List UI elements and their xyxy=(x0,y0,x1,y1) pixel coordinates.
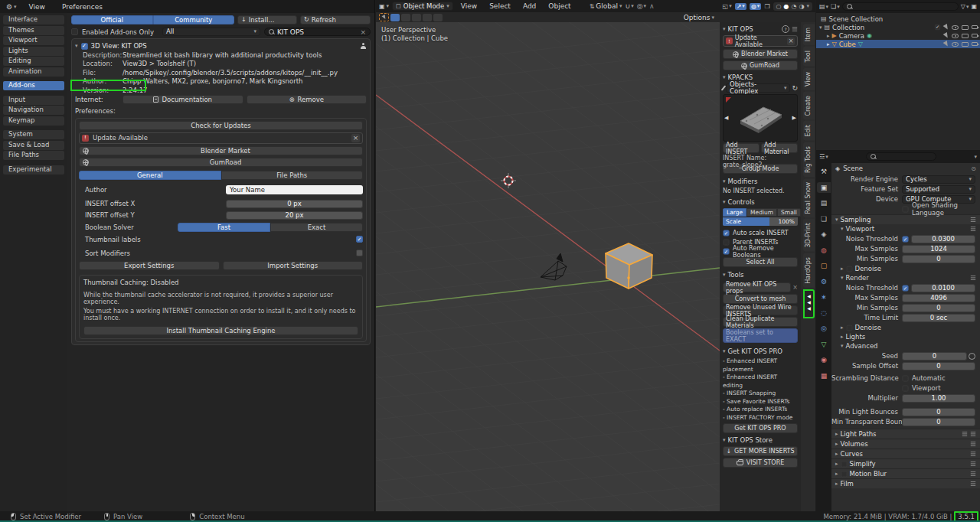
tab-edit[interactable]: Edit xyxy=(803,121,815,141)
get-pro-button[interactable]: Get KIT OPS PRO xyxy=(723,423,798,433)
hide-viewport-icon[interactable] xyxy=(952,34,959,38)
select-mode-subtract-icon[interactable] xyxy=(412,14,421,21)
blender-market-button[interactable]: Blender Market xyxy=(723,49,798,59)
disable-viewport-icon[interactable] xyxy=(962,34,969,38)
multiplier-field[interactable]: 1.00 xyxy=(902,394,975,403)
r-denoise-checkbox[interactable] xyxy=(846,325,852,331)
tab-hardops[interactable]: HardOps xyxy=(803,253,815,288)
vp-noise-field[interactable]: 0.0300 xyxy=(911,235,975,243)
disable-render-icon[interactable] xyxy=(972,25,978,29)
expand-icon[interactable]: ▾ xyxy=(819,24,822,31)
animate-seed-icon[interactable] xyxy=(969,353,975,360)
gumroad-button[interactable]: GumRoad xyxy=(79,158,363,167)
min-transparent-bounces-field[interactable]: 0 xyxy=(902,418,975,426)
gizmo-toggle[interactable]: ↗▾ xyxy=(735,3,746,10)
tab-item[interactable]: Item xyxy=(803,24,815,45)
select-mode-tweak-icon[interactable] xyxy=(390,14,400,21)
vp-noise-checkbox[interactable]: ✓ xyxy=(902,236,908,242)
refresh-kpacks-icon[interactable]: ↻ xyxy=(792,84,798,92)
panel-menu-icon[interactable] xyxy=(971,471,975,472)
film-header[interactable]: ▸Film xyxy=(831,478,980,488)
snap-control[interactable]: ∪▾ xyxy=(626,2,634,10)
prev-insert-arrow[interactable]: ◀ xyxy=(724,115,728,121)
nav-item-lights[interactable]: Lights xyxy=(3,47,64,56)
panel-menu-icon[interactable] xyxy=(971,481,975,482)
preset-menu-icon[interactable] xyxy=(962,432,967,432)
collapse-icon[interactable]: ▾ xyxy=(723,272,726,278)
volumes-header[interactable]: ▸Volumes xyxy=(831,439,980,449)
add-insert-button[interactable]: Add INSERT xyxy=(723,143,760,153)
menu-add[interactable]: Add xyxy=(518,2,541,10)
filter-dropdown[interactable]: ▽▾ xyxy=(961,3,969,10)
pivot-point-control[interactable]: ◱▾ xyxy=(723,3,732,10)
clear-search-icon[interactable]: × xyxy=(360,28,366,36)
check-for-updates-button[interactable]: Check for Updates xyxy=(79,121,363,130)
collapse-icon[interactable]: ▾ xyxy=(723,26,726,32)
shading-solid-icon[interactable]: ● xyxy=(784,3,789,10)
sample-offset-field[interactable]: 0 xyxy=(902,362,975,370)
r-denoise-header[interactable]: ▸Denoise xyxy=(831,323,980,332)
collapse-icon[interactable]: ▾ xyxy=(723,199,726,205)
mode-dropdown[interactable]: □Object Mode▾ xyxy=(392,2,453,11)
selectable-toggle-icon[interactable] xyxy=(943,41,950,47)
refresh-button[interactable]: ↻Refresh xyxy=(300,15,371,24)
tab-texture[interactable]: ▦ xyxy=(817,370,831,381)
user-icon[interactable] xyxy=(360,43,367,50)
disable-viewport-icon[interactable] xyxy=(962,25,969,30)
seed-field[interactable]: 0 xyxy=(902,352,967,361)
panel-menu-icon[interactable] xyxy=(792,27,797,28)
tab-view[interactable]: View xyxy=(803,68,815,90)
panel-menu-icon[interactable] xyxy=(971,432,975,432)
tab-modifiers[interactable]: ⚙ xyxy=(817,276,831,287)
selectable-toggle-icon[interactable] xyxy=(943,24,950,31)
nav-item-addons[interactable]: Add-ons xyxy=(3,81,64,90)
osl-checkbox[interactable] xyxy=(902,206,908,212)
curves-header[interactable]: ▸Curves xyxy=(831,449,980,458)
tab-3d-print[interactable]: 3D-Print xyxy=(803,219,815,252)
selectable-toggle-icon[interactable] xyxy=(943,32,950,39)
shading-rendered-icon[interactable]: ◑ xyxy=(799,3,805,10)
editor-type-button[interactable]: ⚙▾ xyxy=(6,3,17,11)
tab-scene[interactable]: ◈ xyxy=(817,229,831,240)
editor-type-button[interactable]: ☲▾ xyxy=(819,153,828,160)
clean-duplicate-materials-button[interactable]: Clean Duplicate Materials xyxy=(723,317,798,327)
collapse-icon[interactable]: ▾ xyxy=(723,74,726,80)
enabled-addons-only-checkbox[interactable] xyxy=(71,28,78,35)
min-light-bounces-field[interactable]: 0 xyxy=(902,408,975,416)
disable-render-icon[interactable] xyxy=(972,42,978,46)
tab-create[interactable]: Create xyxy=(803,92,815,120)
tab-tool[interactable]: ⚒ xyxy=(817,166,831,177)
collection-checkbox[interactable]: ✓ xyxy=(935,24,940,30)
r-noise-field[interactable]: 0.0100 xyxy=(911,284,975,292)
r-noise-checkbox[interactable]: ✓ xyxy=(902,285,908,291)
filter-community-toggle[interactable]: Community xyxy=(153,15,235,24)
addon-enabled-checkbox[interactable]: ✓ xyxy=(81,43,88,50)
motion-blur-header[interactable]: ▸Motion Blur xyxy=(831,468,980,478)
overlays-toggle[interactable]: ◍▾ xyxy=(750,3,762,10)
solver-fast-toggle[interactable]: Fast xyxy=(178,223,270,232)
menu-view[interactable]: View xyxy=(456,2,482,10)
panel-menu-icon[interactable] xyxy=(971,442,975,442)
tab-world[interactable]: ◍ xyxy=(817,245,831,256)
expand-icon[interactable]: ▸ xyxy=(827,33,830,39)
nav-item-interface[interactable]: Interface xyxy=(3,15,64,24)
next-insert-arrow[interactable]: ▶ xyxy=(792,115,796,121)
tab-general[interactable]: General xyxy=(79,171,221,180)
menu-preferences[interactable]: Preferences xyxy=(57,3,107,11)
new-collection-icon[interactable]: ▣ xyxy=(971,3,977,10)
import-settings-button[interactable]: Import Settings xyxy=(223,261,364,270)
editor-type-button[interactable]: ▣▾ xyxy=(379,3,389,10)
close-icon[interactable]: × xyxy=(787,38,795,45)
select-mode-extend-icon[interactable] xyxy=(401,14,410,21)
panel-menu-icon[interactable] xyxy=(971,462,975,462)
nav-item-system[interactable]: System xyxy=(3,130,64,139)
render-subpanel-header[interactable]: ▾Render xyxy=(831,273,980,282)
size-medium-toggle[interactable]: Medium xyxy=(746,208,777,217)
active-tool-select-box[interactable] xyxy=(379,13,389,21)
nav-item-editing[interactable]: Editing xyxy=(3,57,64,66)
select-mode-invert-icon[interactable] xyxy=(423,14,432,21)
outliner-search-box[interactable] xyxy=(842,2,959,11)
tab-constraints[interactable]: ◎ xyxy=(817,323,831,334)
collapse-icon[interactable]: ▾ xyxy=(723,348,726,354)
get-more-inserts-button[interactable]: ↓GET MORE INSERTS xyxy=(723,446,798,456)
